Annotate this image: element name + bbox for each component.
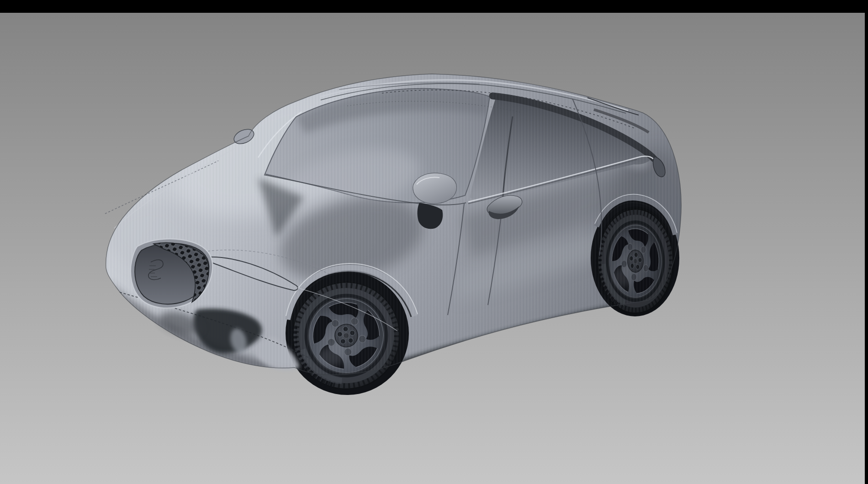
viewport-canvas[interactable] <box>0 0 868 484</box>
top-letterbox-bar <box>0 0 868 13</box>
right-letterbox-bar <box>865 0 868 484</box>
cad-application-window <box>0 0 868 484</box>
